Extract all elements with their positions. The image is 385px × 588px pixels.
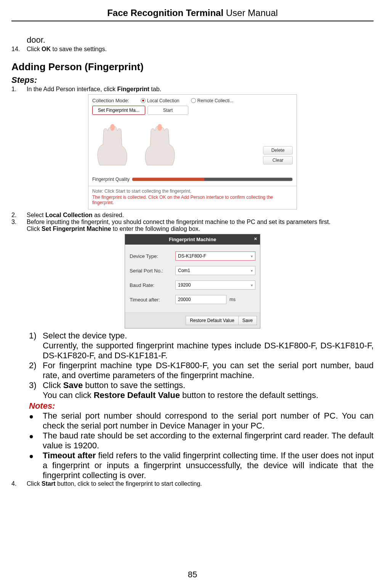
set-fingerprint-machine-button[interactable]: Set Fingerprint Ma... [92, 106, 145, 115]
collection-mode-label: Collection Mode: [92, 98, 129, 103]
fingerprint-quality-label: Fingerprint Quality [92, 177, 130, 182]
sub-1-number: 1) [29, 331, 43, 341]
radio-dot-icon [191, 98, 196, 103]
figure-fingerprint-panel: Collection Mode: Local Collection Remote… [88, 94, 297, 209]
header-title-rest: User Manual [223, 8, 278, 18]
device-type-select[interactable]: DS-K1F800-F▾ [175, 251, 255, 261]
timeout-label: Timeout after: [130, 297, 175, 303]
step-14-number: 14. [11, 46, 27, 53]
prev-page-tail: door. [27, 35, 374, 45]
fig-divider [88, 186, 297, 186]
dialog-title: Fingerprint Machine [169, 237, 216, 242]
chevron-down-icon: ▾ [251, 269, 253, 273]
svg-point-1 [157, 124, 162, 131]
hands-illustration-icon [92, 119, 180, 173]
sub-3-detail: You can click Restore Default Value butt… [43, 390, 374, 400]
step-4-text: Click Start button, click to select the … [27, 480, 374, 487]
serial-port-select[interactable]: Com1▾ [175, 266, 255, 275]
serial-port-label: Serial Port No.: [130, 268, 175, 274]
page-header: Face Recognition Terminal User Manual [11, 8, 374, 21]
sub-1-text: Select the device type. [43, 331, 374, 341]
fingerprint-quality-bar [132, 177, 293, 181]
figure-fingerprint-machine-dialog: Fingerprint Machine × Device Type: DS-K1… [125, 234, 260, 329]
sub-2-number: 2) [29, 361, 43, 380]
fig-note-grey: Note: Click Start to start collecting th… [88, 188, 297, 194]
close-icon[interactable]: × [254, 236, 257, 242]
sub-1-detail: Currently, the supported fingerprint mac… [43, 341, 374, 361]
radio-local-collection[interactable]: Local Collection [141, 98, 180, 103]
device-type-label: Device Type: [130, 253, 175, 259]
dialog-title-bar: Fingerprint Machine × [125, 234, 260, 245]
step-14-text: Click OK to save the settings. [27, 46, 374, 53]
notes-heading: Notes: [29, 401, 374, 411]
bullet-icon: ● [29, 451, 43, 480]
step-1-text: In the Add Person interface, click Finge… [27, 86, 374, 93]
start-button[interactable]: Start [148, 106, 188, 115]
sub-3-number: 3) [29, 380, 43, 390]
page-number: 85 [0, 570, 385, 580]
baud-rate-label: Baud Rate: [130, 282, 175, 288]
sub-2-text: For fingerprint machine type DS-K1F800-F… [43, 361, 374, 380]
step-3-number: 3. [11, 219, 27, 232]
clear-button[interactable]: Clear [263, 156, 293, 164]
timeout-input[interactable]: 20000 [175, 295, 226, 304]
step-1-number: 1. [11, 86, 27, 93]
step-4-number: 4. [11, 480, 27, 487]
section-heading: Adding Person (Fingerprint) [11, 61, 374, 73]
bullet-2: The baud rate should be set according to… [43, 431, 374, 451]
save-button[interactable]: Save [239, 316, 257, 325]
step-2-text: Select Local Collection as desired. [27, 212, 374, 219]
radio-dot-selected-icon [141, 98, 146, 103]
bullet-icon: ● [29, 431, 43, 451]
delete-button[interactable]: Delete [263, 146, 293, 155]
steps-label: Steps: [11, 75, 374, 85]
bullet-icon: ● [29, 411, 43, 431]
sub-3-text: Click Save button to save the settings. [43, 380, 374, 390]
chevron-down-icon: ▾ [251, 283, 253, 287]
bullet-1: The serial port number should correspond… [43, 411, 374, 431]
step-2-number: 2. [11, 212, 27, 219]
chevron-down-icon: ▾ [251, 254, 253, 258]
timeout-unit: ms [229, 297, 236, 302]
restore-default-button[interactable]: Restore Default Value [186, 316, 239, 325]
header-divider [11, 21, 374, 21]
baud-rate-select[interactable]: 19200▾ [175, 280, 255, 290]
fig-note-red: The fingerprint is collected. Click OK o… [88, 194, 297, 209]
radio-remote-collection[interactable]: Remote Collecti... [191, 98, 234, 103]
step-3-text: Before inputting the fingerprint, you sh… [27, 219, 374, 232]
bullet-3: Timeout after field refers to the valid … [43, 451, 374, 480]
svg-point-0 [110, 124, 115, 131]
header-title-bold: Face Recognition Terminal [107, 8, 223, 18]
